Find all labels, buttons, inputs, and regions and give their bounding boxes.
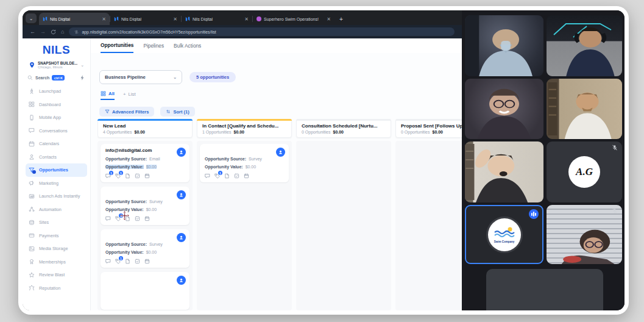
advanced-filters-button[interactable]: Advanced Filters (99, 107, 154, 116)
column-new-lead: New Lead 4 Opportunities$0.00 info@nilsd… (97, 119, 193, 310)
back-icon[interactable]: ← (30, 29, 35, 35)
account-switcher[interactable]: SNAPSHOT BUILDE... Chicago, Illinois ⌄ (26, 59, 87, 71)
sidebar-item-sites[interactable]: Sites (23, 216, 90, 229)
reload-icon[interactable] (51, 29, 56, 35)
opportunity-card-partial[interactable] (101, 272, 189, 310)
column-header[interactable]: New Lead 4 Opportunities$0.00 (97, 119, 193, 138)
browser-tab-2[interactable]: Nils Digital ✕ (110, 13, 181, 25)
home-icon[interactable]: ⌂ (61, 29, 64, 35)
browser-tab-3[interactable]: Nils Digital ✕ (182, 13, 252, 25)
sidebar: NILS SNAPSHOT BUILDE... Chicago, Illinoi… (23, 38, 91, 310)
pipeline-select[interactable]: Business Pipeline ⌄ (99, 70, 182, 84)
sidebar-item-calendars[interactable]: Calendars (23, 137, 90, 151)
tab-search-button[interactable]: ⌄ (26, 13, 37, 23)
participant-tile-5[interactable] (465, 141, 543, 202)
participant-tile-2[interactable] (547, 15, 622, 76)
browser-tab-1[interactable]: Nils Digital ✕ (39, 13, 110, 25)
sidebar-item-review-blast[interactable]: Review Blast (23, 268, 90, 282)
assignee-avatar[interactable] (177, 233, 186, 242)
sort-arrows-icon (166, 109, 171, 114)
opportunity-card[interactable]: Opportunity Source:Survey Opportunity Va… (101, 187, 189, 225)
assignee-avatar[interactable] (177, 190, 186, 199)
sidebar-item-payments[interactable]: Payments (23, 229, 90, 243)
sidebar-item-mobile-app[interactable]: Mobile App (23, 111, 90, 124)
tag-icon[interactable]: 1 (115, 259, 121, 264)
site-info-icon (74, 30, 79, 34)
view-tab-add-list[interactable]: + List (123, 91, 136, 99)
participant-video (547, 79, 622, 139)
chat-icon[interactable]: 1 (105, 173, 111, 179)
sidebar-item-automation[interactable]: Automation (23, 203, 90, 216)
tag-icon[interactable]: 1 (214, 173, 220, 179)
participant-video (465, 79, 543, 139)
appointment-icon[interactable] (144, 259, 150, 264)
sidebar-item-memberships[interactable]: Memberships (23, 256, 90, 269)
notes-icon[interactable] (224, 173, 230, 179)
new-tab-button[interactable]: + (339, 16, 343, 23)
sidebar-nav: Launchpad Dashboard Mobile App (23, 85, 90, 295)
participant-video (547, 15, 622, 76)
tab-opportunities[interactable]: Opportunities (101, 38, 133, 53)
opportunity-card[interactable]: info@nilsdigital.com Opportunity Source:… (101, 144, 189, 182)
participant-tile-4[interactable] (547, 79, 622, 139)
chat-icon[interactable] (105, 259, 111, 264)
assignee-avatar[interactable] (177, 276, 186, 285)
participant-tile-initials[interactable]: A.G (547, 141, 622, 202)
appointment-icon[interactable] (144, 216, 150, 221)
tab-close-icon[interactable]: ✕ (173, 16, 177, 22)
appointment-icon[interactable] (244, 173, 249, 179)
tasks-icon[interactable] (234, 173, 239, 179)
tasks-icon[interactable] (135, 259, 140, 264)
participant-tile-3[interactable] (465, 79, 543, 139)
sidebar-item-conversations[interactable]: Conversations (23, 124, 90, 138)
forward-icon[interactable]: → (40, 29, 46, 35)
tab-pipelines[interactable]: Pipelines (143, 38, 164, 53)
column-consultation-scheduled: Consultation Scheduled [Nurtu... 0 Oppor… (296, 119, 391, 310)
video-participants-panel: A.G Swim Company (462, 10, 625, 310)
notes-icon[interactable] (125, 259, 130, 264)
assignee-avatar[interactable] (177, 148, 186, 157)
sidebar-item-dashboard[interactable]: Dashboard (23, 98, 90, 112)
shared-browser-screen: ⌄ Nils Digital ✕ Nils Digital ✕ (23, 10, 462, 310)
sidebar-item-contacts[interactable]: Contacts (23, 151, 90, 164)
tab-close-icon[interactable]: ✕ (102, 16, 106, 22)
opportunity-card[interactable]: Opportunity Source:Survey Opportunity Va… (101, 229, 189, 268)
tab-close-icon[interactable]: ✕ (244, 16, 249, 22)
sidebar-item-launch-ads[interactable]: Launch Ads Instantly (23, 190, 90, 203)
quick-actions-bolt-icon[interactable] (79, 74, 85, 81)
memberships-medal-icon (29, 259, 35, 265)
column-header[interactable]: Proposal Sent [Follows Up] 0 Opportuniti… (395, 119, 462, 138)
assignee-avatar[interactable] (276, 148, 285, 157)
sidebar-item-marketing[interactable]: Marketing (23, 177, 90, 190)
tag-icon[interactable]: 1 (115, 173, 121, 179)
mic-muted-icon (612, 208, 618, 214)
browser-tab-4[interactable]: Superhero Swim Operations! ✕ (253, 13, 334, 25)
sort-button[interactable]: Sort (1) (160, 107, 194, 116)
view-tab-all[interactable]: All (101, 91, 115, 100)
notes-icon[interactable] (125, 173, 130, 179)
sidebar-search[interactable]: Search ctrl K (27, 74, 85, 81)
tab-close-icon[interactable]: ✕ (327, 16, 331, 22)
column-header[interactable]: In Contact [Qualify and Schedu... 1 Oppo… (197, 119, 292, 138)
tasks-icon[interactable] (135, 173, 140, 179)
launchpad-rocket-icon (29, 88, 35, 95)
search-icon (27, 75, 33, 80)
chat-icon[interactable] (105, 216, 111, 221)
address-bar[interactable]: app.nilsdigital.com/v2/location/lk3kI0GS… (69, 27, 455, 36)
sidebar-item-opportunities[interactable]: Opportunities (26, 163, 87, 177)
participant-tile-1[interactable] (465, 15, 543, 76)
participant-tile-8[interactable] (547, 205, 622, 264)
participant-tile-logo-speaking[interactable]: Swim Company (465, 205, 543, 264)
participant-video (547, 205, 622, 264)
tasks-icon[interactable] (135, 216, 140, 221)
column-header[interactable]: Consultation Scheduled [Nurtu... 0 Oppor… (296, 119, 391, 138)
tab-title: Nils Digital (50, 17, 99, 21)
tab-bulk-actions[interactable]: Bulk Actions (174, 38, 201, 53)
appointment-icon[interactable] (144, 173, 150, 179)
sidebar-item-launchpad[interactable]: Launchpad (23, 85, 90, 98)
participant-tile-partial[interactable] (486, 269, 603, 310)
chat-icon[interactable] (205, 173, 210, 179)
opportunity-card[interactable]: Opportunity Source:Survey Opportunity Va… (200, 144, 289, 182)
sidebar-item-reputation[interactable]: Reputation (23, 282, 90, 295)
sidebar-item-media-storage[interactable]: Media Storage (23, 242, 90, 256)
